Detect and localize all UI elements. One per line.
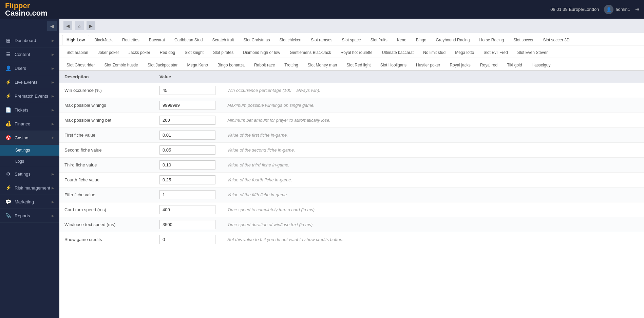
value-input[interactable] [159, 145, 215, 155]
sidebar-sub-settings[interactable]: Settings [0, 145, 59, 156]
tab-hasselguy[interactable]: Hasselguy [527, 60, 555, 70]
sidebar: ◀ ▦ Dashboard ▶ ☰ Content ▶ 👤 Users ▶ [0, 19, 59, 318]
sidebar-item-users[interactable]: 👤 Users ▶ [0, 61, 59, 75]
tab-keno[interactable]: Keno [393, 35, 411, 45]
tab-ultimate-baccarat[interactable]: Ultimate baccarat [378, 47, 418, 58]
forward-button[interactable]: ▶ [87, 21, 95, 30]
tab-slot-chicken[interactable]: Slot chicken [275, 35, 306, 45]
reports-icon: 📎 [5, 213, 11, 218]
tab-slot-red-light[interactable]: Slot Red light [342, 60, 375, 70]
value-input[interactable] [159, 131, 215, 140]
tab-high-low[interactable]: High Low [62, 35, 89, 45]
row-description: Max possible winings [59, 98, 154, 113]
tab-royal-jacks[interactable]: Royal jacks [445, 60, 475, 70]
tab-slot-christmas[interactable]: Slot Christmas [239, 35, 274, 45]
tab-hustler-poker[interactable]: Hustler poker [412, 60, 444, 70]
tab-rabbit-race[interactable]: Rabbit race [250, 60, 279, 70]
sidebar-item-finance[interactable]: 💰 Finance ▶ [0, 117, 59, 131]
tab-scratch-fruit[interactable]: Scratch fruit [208, 35, 238, 45]
sidebar-item-reports[interactable]: 📎 Reports ▶ [0, 209, 59, 223]
tab-mega-keno[interactable]: Mega Keno [183, 60, 212, 70]
sidebar-item-settings[interactable]: ⚙ Settings ▶ [0, 167, 59, 181]
value-input[interactable] [159, 160, 215, 170]
col-description: Description [59, 71, 154, 83]
tab-blackjack[interactable]: BlackJack [90, 35, 117, 45]
value-input[interactable] [159, 220, 215, 229]
table-row: First fiche value Value of the first fic… [59, 128, 644, 143]
row-description: Show game credits [59, 232, 154, 247]
tab-slot-space[interactable]: Slot space [338, 35, 365, 45]
sidebar-item-marketing[interactable]: 💬 Marketing ▶ [0, 195, 59, 209]
home-button[interactable]: ⌂ [75, 21, 84, 30]
tab-slot-jackpot-star[interactable]: Slot Jackpot star [143, 60, 182, 70]
tab-slot-knight[interactable]: Slot knight [180, 47, 208, 58]
marketing-icon: 💬 [5, 199, 11, 204]
tab-slot-hooligans[interactable]: Slot Hooligans [376, 60, 411, 70]
table-row: Max possible winings Maximum possible wi… [59, 98, 644, 113]
value-input[interactable] [159, 235, 215, 244]
sidebar-item-dashboard[interactable]: ▦ Dashboard ▶ [0, 34, 59, 47]
tab-royal-red[interactable]: Royal red [476, 60, 502, 70]
tab-royal-hot-roulette[interactable]: Royal hot roulette [336, 47, 377, 58]
finance-icon: 💰 [5, 121, 11, 126]
table-row: Fourth fiche value Value of the fourth f… [59, 173, 644, 187]
tab-tiki-gold[interactable]: Tiki gold [503, 60, 526, 70]
sidebar-sub-logs[interactable]: Logs [0, 156, 59, 167]
logout-icon[interactable]: ⇥ [635, 7, 639, 12]
row-description: Card turn speed (ms) [59, 202, 154, 217]
tab-slot-soccer[interactable]: Slot soccer [509, 35, 538, 45]
tab-bingo-bonanza[interactable]: Bingo bonanza [213, 60, 249, 70]
tab-mega-lotto[interactable]: Mega lotto [451, 47, 478, 58]
header-user: 👤 admin1 [604, 5, 630, 14]
sidebar-toggle-button[interactable]: ◀ [47, 21, 57, 31]
tab-roulettes[interactable]: Roulettes [118, 35, 144, 45]
header-time: 08:01:39 Europe/London [550, 7, 599, 12]
sidebar-label-reports: Reports [15, 213, 30, 218]
tab-gentlemens-blackjack[interactable]: Gentlemens BlackJack [285, 47, 336, 58]
value-input[interactable] [159, 205, 215, 214]
sidebar-item-casino[interactable]: 🎯 Casino ▼ [0, 131, 59, 145]
tab-slot-ramses[interactable]: Slot ramses [306, 35, 337, 45]
tab-red-dog[interactable]: Red dog [155, 47, 179, 58]
tab-caribbean-stud[interactable]: Caribbean Stud [170, 35, 207, 45]
tab-slot-ghost-rider[interactable]: Slot Ghost rider [62, 60, 99, 70]
row-value [154, 143, 222, 158]
tabs-row-1: High LowBlackJackRoulettesBaccaratCaribb… [59, 33, 644, 45]
chevron-right-icon: ▶ [52, 186, 54, 190]
value-input[interactable] [159, 86, 215, 95]
tab-slot-pirates[interactable]: Slot pirates [209, 47, 238, 58]
sidebar-label-live-events: Live Events [15, 80, 37, 85]
tab-joker-poker[interactable]: Joker poker [93, 47, 124, 58]
tab-trotting[interactable]: Trotting [280, 60, 302, 70]
sidebar-item-prematch-events[interactable]: ⚡ Prematch Events ▶ [0, 89, 59, 103]
sidebar-item-risk-management[interactable]: ⚡ Risk management ▶ [0, 181, 59, 195]
tab-slot-zombie-hustle[interactable]: Slot Zombie hustle [100, 60, 142, 70]
chevron-right-icon: ▶ [52, 172, 54, 176]
tab-slot-fruits[interactable]: Slot fruits [366, 35, 392, 45]
tab-greyhound-racing[interactable]: Greyhound Racing [431, 35, 474, 45]
tab-slot-soccer-3d[interactable]: Slot soccer 3D [539, 35, 574, 45]
tab-jacks-poker[interactable]: Jacks poker [124, 47, 155, 58]
col-value: Value [154, 71, 222, 83]
table-row: Card turn speed (ms) Time speed to compl… [59, 202, 644, 217]
sidebar-item-content[interactable]: ☰ Content ▶ [0, 47, 59, 61]
value-input[interactable] [159, 175, 215, 184]
value-input[interactable] [159, 101, 215, 110]
back-button[interactable]: ◀ [63, 21, 72, 30]
tab-slot-arabian[interactable]: Slot arabian [62, 47, 93, 58]
tab-slot-money-man[interactable]: Slot Money man [303, 60, 342, 70]
chevron-right-icon: ▶ [52, 200, 54, 204]
sidebar-item-tickets[interactable]: 📄 Tickets ▶ [0, 103, 59, 117]
sidebar-item-live-events[interactable]: ⚡ Live Events ▶ [0, 75, 59, 89]
value-input[interactable] [159, 190, 215, 199]
value-input[interactable] [159, 116, 215, 125]
tab-diamond-high-or-low[interactable]: Diamond high or low [239, 47, 284, 58]
content-area: ◀ ⌂ ▶ High LowBlackJackRoulettesBaccarat… [59, 19, 644, 318]
tab-horse-racing[interactable]: Horse Racing [475, 35, 508, 45]
tab-baccarat[interactable]: Baccarat [145, 35, 169, 45]
tab-bingo[interactable]: Bingo [412, 35, 431, 45]
tab-slot-even-steven[interactable]: Slot Even Steven [513, 47, 553, 58]
row-value [154, 83, 222, 98]
tab-no-limit-stud[interactable]: No limit stud [419, 47, 450, 58]
tab-slot-evil-fred[interactable]: Slot Evil Fred [479, 47, 512, 58]
